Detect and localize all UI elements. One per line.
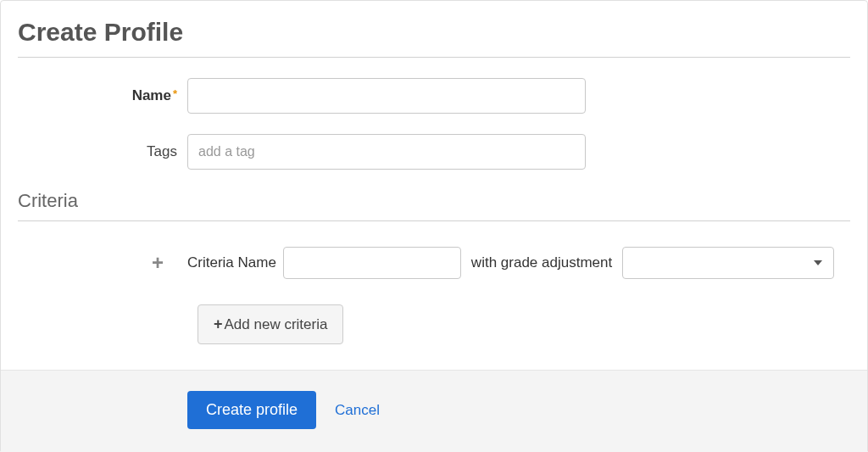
add-criteria-row: +Add new criteria	[18, 304, 850, 344]
add-criteria-label: Add new criteria	[225, 316, 328, 333]
criteria-section-title: Criteria	[18, 190, 850, 221]
footer: Create profile Cancel	[1, 370, 867, 452]
grade-select-wrapper	[622, 247, 834, 279]
name-label-text: Name	[132, 87, 171, 103]
name-input[interactable]	[187, 78, 586, 114]
tags-row: Tags	[18, 134, 850, 170]
criteria-plus-cell: +	[18, 253, 187, 273]
plus-icon[interactable]: +	[152, 251, 164, 274]
plus-small-icon: +	[214, 315, 223, 333]
footer-inner: Create profile Cancel	[18, 391, 380, 429]
criteria-name-label: Criteria Name	[187, 254, 276, 271]
add-new-criteria-button[interactable]: +Add new criteria	[198, 304, 343, 344]
create-profile-panel: Create Profile Name* Tags Criteria + Cri…	[0, 0, 868, 452]
grade-adjustment-label: with grade adjustment	[471, 254, 612, 271]
criteria-name-input[interactable]	[283, 247, 461, 279]
required-star-icon: *	[173, 87, 177, 100]
page-title: Create Profile	[18, 18, 850, 58]
content-area: Create Profile Name* Tags Criteria + Cri…	[1, 1, 867, 344]
cancel-link[interactable]: Cancel	[335, 402, 380, 419]
name-row: Name*	[18, 78, 850, 114]
criteria-row: + Criteria Name with grade adjustment	[18, 247, 850, 279]
grade-adjustment-select[interactable]	[622, 247, 834, 279]
tags-input[interactable]	[187, 134, 586, 170]
name-label: Name*	[18, 87, 187, 104]
tags-label: Tags	[18, 143, 187, 160]
create-profile-button[interactable]: Create profile	[187, 391, 316, 429]
